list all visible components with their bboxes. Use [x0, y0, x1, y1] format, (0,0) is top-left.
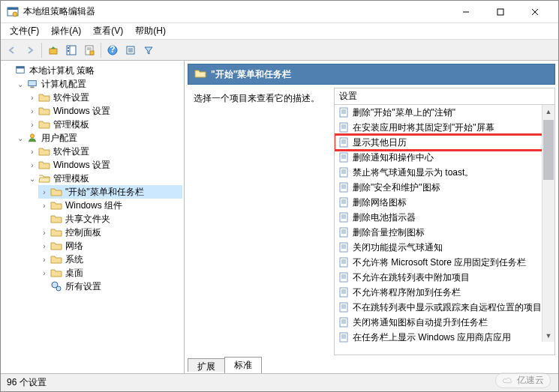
setting-label: 在任务栏上显示 Windows 应用商店应用	[353, 331, 511, 344]
svg-rect-37	[340, 138, 347, 147]
setting-row[interactable]: 不在跳转列表中显示或跟踪来自远程位置的项目	[335, 300, 554, 315]
policy-icon	[338, 331, 350, 343]
tree-windows-settings[interactable]: ›Windows 设置	[26, 104, 182, 118]
setting-label: 显示其他日历	[353, 136, 407, 149]
tree-user-config[interactable]: ⌄ 用户配置	[14, 131, 182, 145]
setting-row[interactable]: 不允许将程序附加到任务栏	[335, 285, 554, 300]
setting-row[interactable]: 删除通知和操作中心	[335, 150, 554, 165]
setting-label: 不在跳转列表中显示或跟踪来自远程位置的项目	[353, 301, 542, 314]
chevron-right-icon: ›	[40, 269, 49, 277]
up-button[interactable]	[45, 42, 62, 58]
tree-software-settings[interactable]: ›软件设置	[26, 91, 182, 104]
tree-label: Windows 设置	[53, 159, 110, 172]
tree-software-settings[interactable]: ›软件设置	[26, 145, 182, 158]
setting-label: 删除"开始"菜单上的"注销"	[353, 106, 455, 119]
column-header-setting[interactable]: 设置	[335, 88, 554, 105]
svg-rect-33	[340, 123, 347, 132]
folder-icon	[50, 267, 62, 279]
menu-file[interactable]: 文件(F)	[4, 23, 45, 39]
svg-rect-65	[340, 243, 347, 252]
svg-point-26	[30, 134, 34, 138]
folder-icon	[50, 253, 62, 265]
cogs-icon	[50, 280, 62, 292]
folder-open-icon	[38, 172, 50, 184]
show-tree-button[interactable]	[63, 42, 80, 58]
tab-standard[interactable]: 标准	[224, 357, 262, 373]
policy-icon	[338, 181, 350, 193]
help-button[interactable]: ?	[104, 42, 121, 58]
tree-admin-templates[interactable]: ⌄管理模板	[26, 172, 182, 185]
setting-row[interactable]: 在任务栏上显示 Windows 应用商店应用	[335, 330, 554, 345]
tree-all-settings[interactable]: 所有设置	[38, 280, 182, 293]
chevron-right-icon: ›	[28, 161, 37, 169]
tab-extended[interactable]: 扩展	[188, 358, 225, 372]
svg-rect-7	[50, 49, 57, 54]
tree-shared-folders[interactable]: 共享文件夹	[38, 212, 182, 226]
chevron-right-icon: ›	[28, 94, 37, 102]
settings-list[interactable]: 删除"开始"菜单上的"注销"在安装应用时将其固定到"开始"屏幕显示其他日历删除通…	[335, 105, 554, 355]
scroll-thumb[interactable]	[543, 120, 554, 180]
setting-row[interactable]: 关闭功能提示气球通知	[335, 240, 554, 255]
tree-windows-components[interactable]: ›Windows 组件	[38, 199, 182, 212]
back-button[interactable]	[4, 42, 20, 58]
setting-label: 删除音量控制图标	[353, 226, 425, 239]
tree-system[interactable]: ›系统	[38, 253, 182, 266]
menu-help[interactable]: 帮助(H)	[129, 23, 172, 39]
scroll-up-button[interactable]: ▲	[542, 105, 554, 118]
setting-row[interactable]: 删除音量控制图标	[335, 225, 554, 240]
menu-action[interactable]: 操作(A)	[45, 23, 87, 39]
maximize-button[interactable]	[483, 1, 518, 23]
description-pane: 选择一个项目来查看它的描述。	[188, 88, 334, 355]
vertical-scrollbar[interactable]: ▲ ▼	[542, 105, 554, 342]
computer-icon	[26, 78, 38, 90]
tree-label: 管理模板	[53, 118, 89, 131]
setting-row[interactable]: 不允许在跳转列表中附加项目	[335, 270, 554, 285]
tree-computer-config[interactable]: ⌄ 计算机配置	[14, 77, 182, 91]
setting-row[interactable]: 删除"开始"菜单上的"注销"	[335, 105, 554, 120]
chevron-down-icon: ⌄	[28, 175, 37, 183]
setting-label: 删除通知和操作中心	[353, 151, 434, 164]
forward-button[interactable]	[22, 42, 38, 58]
tree-desktop[interactable]: ›桌面	[38, 266, 182, 280]
svg-rect-85	[340, 318, 347, 327]
policy-icon	[338, 196, 350, 208]
folder-icon	[38, 118, 50, 130]
details-body: 选择一个项目来查看它的描述。 设置 删除"开始"菜单上的"注销"在安装应用时将其…	[185, 88, 558, 355]
chevron-right-icon: ›	[40, 202, 49, 210]
tree-label: 桌面	[65, 267, 83, 280]
scroll-down-button[interactable]: ▼	[542, 329, 554, 342]
settings-panel: 设置 删除"开始"菜单上的"注销"在安装应用时将其固定到"开始"屏幕显示其他日历…	[334, 88, 555, 355]
tree-start-taskbar[interactable]: ›"开始"菜单和任务栏	[38, 185, 182, 199]
tree-network[interactable]: ›网络	[38, 239, 182, 253]
close-button[interactable]	[518, 1, 552, 23]
chevron-down-icon: ⌄	[16, 80, 25, 88]
chevron-right-icon: ›	[28, 148, 37, 156]
policy-icon	[338, 241, 350, 253]
setting-row[interactable]: 禁止将气球通知显示为 toast。	[335, 165, 554, 180]
tree-admin-templates[interactable]: ›管理模板	[26, 118, 182, 131]
tree-windows-settings[interactable]: ›Windows 设置	[26, 158, 182, 172]
tree-control-panel[interactable]: ›控制面板	[38, 226, 182, 239]
setting-row[interactable]: 显示其他日历	[335, 135, 554, 150]
setting-row[interactable]: 关闭将通知图标自动提升到任务栏	[335, 315, 554, 330]
setting-label: 删除网络图标	[353, 196, 407, 209]
tree-root[interactable]: 本地计算机 策略	[2, 64, 182, 77]
folder-icon	[38, 91, 50, 103]
setting-row[interactable]: 在安装应用时将其固定到"开始"屏幕	[335, 120, 554, 135]
minimize-button[interactable]	[449, 1, 483, 23]
status-bar: 96 个设置 亿速云	[1, 373, 558, 391]
tree-pane[interactable]: 本地计算机 策略 ⌄ 计算机配置 ›软件设置 ›Windows 设置 ›管理模板	[1, 61, 185, 373]
setting-row[interactable]: 不允许将 Microsoft Store 应用固定到任务栏	[335, 255, 554, 270]
menu-view[interactable]: 查看(V)	[87, 23, 129, 39]
setting-row[interactable]: 删除网络图标	[335, 195, 554, 210]
svg-point-28	[56, 286, 61, 291]
setting-row[interactable]: 删除电池指示器	[335, 210, 554, 225]
policy-icon	[338, 256, 350, 268]
policy-icon	[338, 301, 350, 313]
details-tabs: 扩展 标准	[188, 357, 555, 373]
filter-button[interactable]	[140, 42, 157, 58]
options-button[interactable]	[122, 42, 139, 58]
properties-button[interactable]	[81, 42, 98, 58]
chevron-right-icon: ›	[40, 188, 49, 196]
setting-row[interactable]: 删除"安全和维护"图标	[335, 180, 554, 195]
